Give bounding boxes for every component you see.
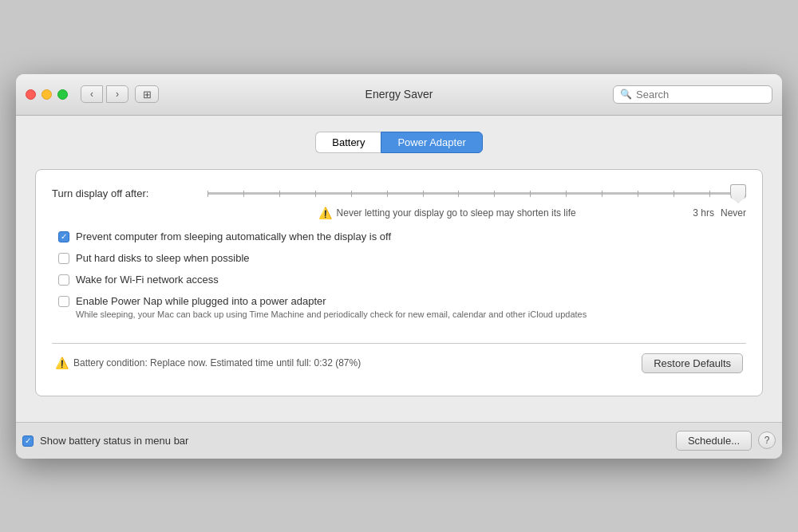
checkbox-show-battery[interactable]: ✓	[22, 435, 34, 447]
footer-bar: ✓ Show battery status in menu bar Schedu…	[16, 422, 782, 459]
tick	[530, 191, 531, 197]
tick	[602, 191, 602, 197]
slider-ticks	[207, 192, 746, 195]
checkbox-label-wifi: Wake for Wi-Fi network access	[76, 274, 219, 286]
search-box[interactable]: 🔍	[613, 85, 772, 104]
close-button[interactable]	[26, 89, 36, 100]
footer-right: Schedule... ?	[676, 431, 776, 451]
tick	[207, 191, 208, 197]
checkbox-hard-disk[interactable]	[58, 253, 69, 264]
maximize-button[interactable]	[57, 89, 68, 100]
battery-condition-text: Battery condition: Replace now. Estimate…	[73, 357, 361, 368]
tab-battery[interactable]: Battery	[315, 132, 381, 153]
tick	[243, 191, 244, 197]
footer-checkbox-row: ✓ Show battery status in menu bar	[22, 435, 676, 447]
restore-defaults-button[interactable]: Restore Defaults	[642, 353, 743, 373]
minimize-button[interactable]	[41, 89, 52, 100]
tick	[387, 191, 388, 197]
slider-row: Turn display off after:	[52, 186, 746, 202]
traffic-lights	[26, 89, 68, 100]
checkbox-label-hard-disk: Put hard disks to sleep when possible	[76, 252, 250, 264]
slider-label-never: Never	[721, 207, 746, 219]
checkbox-power-nap[interactable]	[58, 296, 69, 307]
tick	[315, 191, 316, 197]
checkbox-label-power-nap: Enable Power Nap while plugged into a po…	[76, 295, 587, 319]
tick	[279, 191, 280, 197]
checkbox-prevent-sleep[interactable]: ✓	[58, 231, 69, 242]
tick	[709, 191, 710, 197]
checkbox-row-prevent-sleep[interactable]: ✓ Prevent computer from sleeping automat…	[58, 231, 746, 242]
tab-power-adapter[interactable]: Power Adapter	[381, 132, 482, 153]
checkbox-row-wifi[interactable]: Wake for Wi-Fi network access	[58, 274, 746, 286]
segment-control: Battery Power Adapter	[35, 132, 763, 153]
tick	[458, 191, 459, 197]
nav-buttons: ‹ ›	[81, 85, 128, 103]
tick	[566, 191, 567, 197]
tick	[351, 191, 352, 197]
tick	[423, 191, 424, 197]
battery-condition: ⚠️ Battery condition: Replace now. Estim…	[55, 357, 642, 369]
show-battery-label: Show battery status in menu bar	[40, 435, 188, 447]
bottom-bar: ⚠️ Battery condition: Replace now. Estim…	[52, 343, 746, 380]
slider-warning-text: Never letting your display go to sleep m…	[337, 207, 576, 219]
tick	[674, 191, 674, 197]
tick	[494, 191, 495, 197]
back-button[interactable]: ‹	[81, 85, 103, 103]
tick	[638, 191, 638, 197]
grid-button[interactable]: ⊞	[135, 85, 159, 103]
slider-label: Turn display off after:	[52, 187, 207, 199]
slider-thumb[interactable]	[730, 184, 746, 203]
content-area: Battery Power Adapter Turn display off a…	[16, 116, 782, 422]
checkbox-label-prevent-sleep: Prevent computer from sleeping automatic…	[76, 231, 391, 242]
help-button[interactable]: ?	[758, 432, 776, 449]
warning-icon: ⚠️	[318, 207, 332, 219]
checkbox-row-power-nap[interactable]: Enable Power Nap while plugged into a po…	[58, 295, 746, 319]
titlebar: ‹ › ⊞ Energy Saver 🔍	[16, 74, 782, 116]
window-title: Energy Saver	[365, 88, 433, 100]
slider-label-3hrs: 3 hrs	[693, 207, 714, 219]
battery-warning-icon: ⚠️	[55, 357, 69, 369]
search-icon: 🔍	[620, 89, 632, 100]
main-window: ‹ › ⊞ Energy Saver 🔍 Battery Power Adapt…	[16, 74, 782, 459]
slider-track	[207, 192, 746, 195]
main-panel: Turn display off after:	[35, 169, 763, 396]
schedule-button[interactable]: Schedule...	[676, 431, 752, 451]
search-input[interactable]	[636, 89, 765, 100]
checkbox-wifi[interactable]	[58, 274, 69, 286]
checkboxes: ✓ Prevent computer from sleeping automat…	[52, 231, 746, 319]
forward-button[interactable]: ›	[106, 85, 128, 103]
slider-container[interactable]	[207, 186, 746, 202]
checkbox-row-hard-disk[interactable]: Put hard disks to sleep when possible	[58, 252, 746, 264]
